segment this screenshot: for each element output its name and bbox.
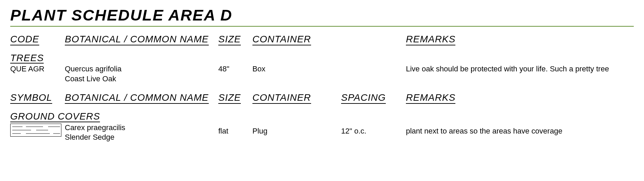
header-container: CONTAINER [252,34,311,45]
ground-botanical: Carex praegracilis [65,123,218,133]
tree-code: QUE AGR [10,64,65,74]
tree-botanical: Quercus agrifolia [65,64,218,74]
ground-remarks: plant next to areas so the areas have co… [406,123,617,136]
ground-container: Plug [252,123,341,136]
tree-size: 48" [218,64,252,74]
header-remarks-2: REMARKS [406,93,455,104]
section-ground-covers: GROUND COVERS [10,111,100,122]
page-title: PLANT SCHEDULE AREA D [10,7,644,24]
header-size-2: SIZE [218,93,241,104]
header-size: SIZE [218,34,241,45]
header-code: CODE [10,34,39,45]
ground-row: Carex praegracilis Slender Sedge flat Pl… [10,123,634,142]
title-rule [10,26,634,27]
header-symbol: SYMBOL [10,93,52,104]
tree-row: QUE AGR Quercus agrifolia Coast Live Oak… [10,64,634,84]
tree-remarks: Live oak should be protected with your l… [406,64,617,74]
tree-common: Coast Live Oak [65,74,218,84]
header-container-2: CONTAINER [252,93,311,104]
tree-container: Box [252,64,406,74]
ground-common: Slender Sedge [65,133,218,142]
header-row-1: CODE BOTANICAL / COMMON NAME SIZE CONTAI… [10,34,634,45]
ground-size: flat [218,123,252,136]
section-trees: TREES [10,53,44,64]
header-row-2: SYMBOL BOTANICAL / COMMON NAME SIZE CONT… [10,93,634,104]
header-remarks: REMARKS [406,34,455,45]
header-name: BOTANICAL / COMMON NAME [65,34,209,45]
ground-spacing: 12" o.c. [341,123,406,136]
header-spacing: SPACING [341,93,386,104]
header-name-2: BOTANICAL / COMMON NAME [65,93,209,104]
ground-symbol-icon [10,124,61,137]
